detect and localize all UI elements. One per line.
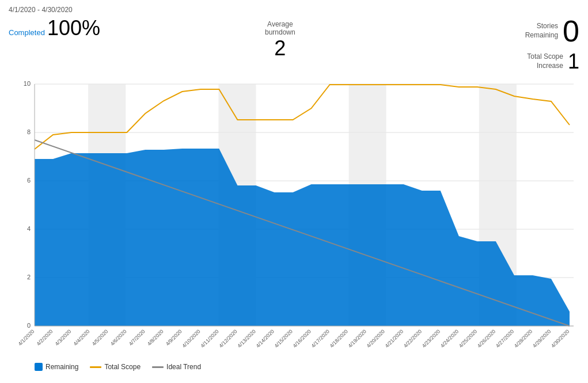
ideal-trend-legend-color (152, 366, 164, 368)
svg-text:4/20/2020: 4/20/2020 (366, 328, 386, 348)
svg-text:4/16/2020: 4/16/2020 (292, 328, 312, 348)
remaining-legend-label: Remaining (45, 363, 78, 371)
total-scope-legend-item: Total Scope (90, 363, 141, 371)
date-range: 4/1/2020 - 4/30/2020 (9, 6, 579, 14)
completed-stat: Completed 100% (9, 16, 100, 40)
svg-text:4/18/2020: 4/18/2020 (329, 328, 349, 348)
stories-remaining-value: 0 (563, 16, 579, 46)
svg-text:4/30/2020: 4/30/2020 (550, 328, 570, 348)
svg-text:4/28/2020: 4/28/2020 (513, 328, 533, 348)
total-scope-legend-color (90, 366, 101, 368)
svg-text:4/24/2020: 4/24/2020 (439, 328, 460, 348)
total-scope-stat: Total ScopeIncrease 1 (527, 50, 579, 74)
total-scope-legend-label: Total Scope (104, 363, 141, 371)
svg-text:4/22/2020: 4/22/2020 (403, 328, 423, 348)
svg-text:4/2/2020: 4/2/2020 (36, 328, 54, 347)
remaining-legend-color (35, 363, 43, 371)
svg-text:4/8/2020: 4/8/2020 (146, 328, 165, 347)
svg-text:4/9/2020: 4/9/2020 (165, 328, 183, 347)
svg-text:4/1/2020: 4/1/2020 (17, 328, 36, 347)
svg-text:4/14/2020: 4/14/2020 (255, 328, 275, 348)
svg-text:4/17/2020: 4/17/2020 (310, 328, 331, 348)
svg-text:4/26/2020: 4/26/2020 (476, 328, 496, 348)
svg-text:4/5/2020: 4/5/2020 (91, 328, 109, 347)
main-container: 4/1/2020 - 4/30/2020 Completed 100% Aver… (0, 0, 588, 383)
svg-text:4/7/2020: 4/7/2020 (128, 328, 146, 347)
svg-text:4/15/2020: 4/15/2020 (274, 328, 294, 348)
svg-text:4/13/2020: 4/13/2020 (236, 328, 256, 348)
svg-text:4/23/2020: 4/23/2020 (421, 328, 441, 348)
svg-text:4/4/2020: 4/4/2020 (73, 328, 91, 347)
completed-value: 100% (47, 16, 100, 40)
chart-area: 0 2 4 6 8 10 (9, 78, 579, 361)
svg-text:4/10/2020: 4/10/2020 (181, 328, 201, 348)
svg-text:4/25/2020: 4/25/2020 (458, 328, 478, 348)
svg-text:4/29/2020: 4/29/2020 (532, 328, 552, 348)
svg-text:4/3/2020: 4/3/2020 (54, 328, 73, 347)
svg-text:4/11/2020: 4/11/2020 (199, 328, 219, 348)
avg-burndown-label: Averageburndown (265, 20, 295, 36)
svg-text:4/21/2020: 4/21/2020 (384, 328, 404, 348)
total-scope-label: Total ScopeIncrease (527, 52, 563, 70)
svg-text:6: 6 (27, 177, 31, 184)
completed-label: Completed (9, 28, 45, 37)
svg-text:2: 2 (27, 274, 31, 280)
svg-text:4/19/2020: 4/19/2020 (347, 328, 367, 348)
top-stats: Completed 100% Averageburndown 2 Stories… (9, 16, 579, 74)
svg-text:4/6/2020: 4/6/2020 (109, 328, 128, 347)
avg-burndown-stat: Averageburndown 2 (265, 20, 295, 60)
svg-text:8: 8 (27, 128, 31, 135)
avg-burndown-value: 2 (274, 36, 286, 60)
burndown-chart: 0 2 4 6 8 10 (9, 78, 579, 361)
svg-text:0: 0 (27, 322, 31, 329)
stories-remaining-stat: StoriesRemaining 0 (525, 16, 579, 46)
svg-text:4/12/2020: 4/12/2020 (218, 328, 238, 348)
remaining-legend-item: Remaining (35, 363, 78, 371)
total-scope-value: 1 (568, 50, 579, 74)
chart-legend: Remaining Total Scope Ideal Trend (9, 363, 579, 371)
svg-text:10: 10 (24, 80, 31, 87)
ideal-trend-legend-item: Ideal Trend (152, 363, 201, 371)
right-stats: StoriesRemaining 0 Total ScopeIncrease 1 (525, 16, 579, 74)
svg-text:4: 4 (27, 225, 31, 232)
stories-remaining-label: StoriesRemaining (525, 22, 558, 40)
svg-text:4/27/2020: 4/27/2020 (495, 328, 515, 348)
ideal-trend-legend-label: Ideal Trend (166, 363, 201, 371)
